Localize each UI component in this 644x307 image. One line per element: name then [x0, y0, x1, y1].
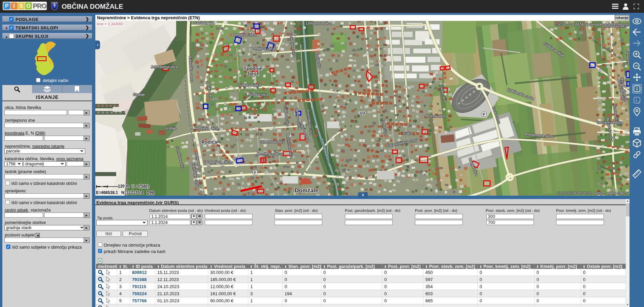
svg-text:Resljeva ulica: Resljeva ulica: [233, 33, 257, 37]
svg-text:P: P: [483, 112, 485, 116]
svg-text:a ulica: a ulica: [403, 132, 413, 135]
svg-text:Rožna ulica: Rožna ulica: [426, 114, 446, 118]
svg-text:Jelovškeva ulica: Jelovškeva ulica: [151, 65, 178, 69]
svg-text:Linhartova ulica: Linhartova ulica: [306, 21, 332, 25]
svg-text:Pregljeva ulica: Pregljeva ulica: [251, 47, 275, 51]
svg-text:g: g: [638, 100, 640, 104]
svg-text:Vir: Vir: [360, 111, 365, 116]
svg-text:Šubljeva ulica: Šubljeva ulica: [238, 83, 261, 87]
svg-text:Šolska ulica: Šolska ulica: [249, 92, 269, 96]
svg-text:Domžale: Domžale: [295, 187, 318, 194]
svg-text:P: P: [254, 171, 256, 175]
svg-text:Bernikova ulica: Bernikova ulica: [257, 151, 282, 156]
svg-text:Starelova ulica: Starelova ulica: [260, 140, 285, 144]
svg-text:Grobije: Grobije: [133, 92, 145, 96]
svg-text:Grobije: Grobije: [164, 126, 176, 130]
svg-text:Kettejeva ulica: Kettejeva ulica: [194, 126, 218, 130]
svg-text:Rodica: Rodica: [201, 139, 217, 145]
svg-text:Spodnje: Spodnje: [244, 66, 262, 71]
svg-text:Jarše: Jarše: [247, 71, 259, 77]
svg-text:Dragarjeva ulica: Dragarjeva ulica: [204, 160, 231, 164]
svg-text:Gasilska pot: Gasilska pot: [194, 21, 214, 25]
